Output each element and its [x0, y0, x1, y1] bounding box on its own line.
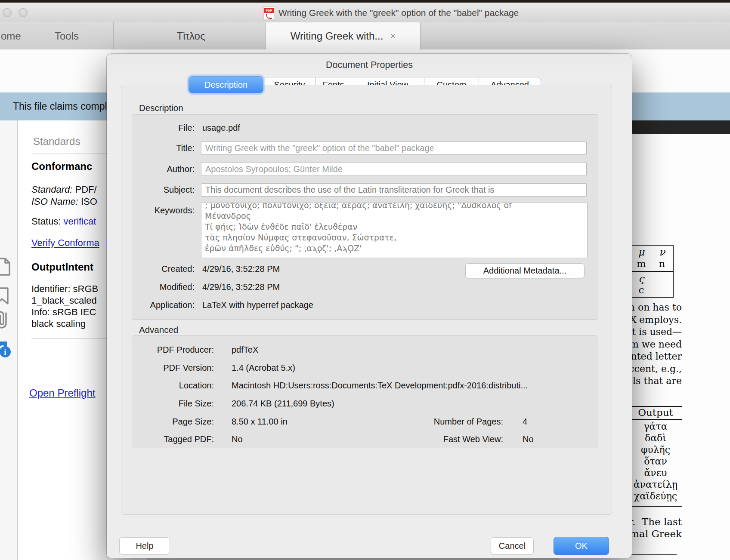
output-word: γάτα	[623, 421, 688, 432]
pdf-transliteration-table: μ ν m n ς c	[630, 245, 674, 298]
standard-label: Standard:	[31, 184, 72, 195]
attachments-icon[interactable]	[0, 310, 12, 330]
outputintent-info: Identifier: sRGB1_black_scaledInfo: sRGB…	[31, 283, 98, 329]
tab-tools[interactable]: Tools	[55, 22, 79, 49]
iso-name-line: ISO Name: ISO	[31, 196, 97, 207]
tab-separator	[113, 22, 114, 49]
output-word: δαδὶ	[623, 432, 688, 444]
pdf-badge-label: PDF	[264, 8, 274, 13]
output-word: ἀνατείλῃ	[623, 479, 688, 490]
tab-document-active[interactable]: Writing Greek with... ×	[266, 22, 421, 49]
advanced-row: File Size:206.74 KB (211,699 Bytes)	[132, 395, 598, 413]
tab-document-label: Writing Greek with...	[291, 30, 384, 42]
field-label: PDF Version:	[132, 363, 214, 373]
open-preflight-link[interactable]: Open Preflight	[29, 387, 95, 399]
keywords-line: Μένανδρος	[205, 211, 584, 222]
footnote-rule	[629, 554, 677, 555]
title-label: Title:	[132, 143, 195, 153]
description-section-label: Description	[139, 103, 183, 113]
author-label: Author:	[132, 164, 195, 174]
table-cell: ν	[652, 246, 672, 258]
bookmarks-icon[interactable]	[0, 287, 11, 305]
table-cell: c	[631, 284, 652, 295]
table-rule	[630, 271, 674, 272]
banner-message: This file claims compli	[13, 92, 109, 120]
conformance-heading: Conformanc	[31, 160, 92, 172]
field-value: 1.4 (Acrobat 5.x)	[232, 363, 295, 373]
navigation-icon-strip: i	[0, 120, 18, 560]
iso-value: ISO	[78, 196, 97, 207]
keywords-text: ; μονοτονιχο; πολυτονιχο; οξεια; αερας; …	[201, 203, 587, 254]
field-value: Macintosh HD:Users:ross:Documents:TeX De…	[232, 381, 528, 391]
traffic-light-close[interactable]	[3, 8, 12, 17]
keywords-line: Τί φήις; Ἰδὼν ἐνϑέδε παῖδ' ἐλευϑέραν	[205, 222, 584, 232]
ok-button[interactable]: OK	[554, 537, 609, 555]
tab-titlos[interactable]: Τὶτλος	[116, 22, 266, 49]
table-cell: ς	[631, 273, 652, 284]
field-label: Number of Pages:	[132, 417, 503, 427]
author-field[interactable]: Apostolos Syropoulos; Günter Milde	[201, 163, 587, 176]
field-label: Location:	[132, 381, 214, 391]
keywords-line: ; μονοτονιχο; πολυτονιχο; οξεια; αερας; …	[205, 203, 584, 211]
pdf-badge-swoosh	[266, 14, 272, 19]
subject-field[interactable]: This document describes the use of the L…	[201, 183, 587, 197]
info-line: 1_black_scaled	[31, 295, 98, 306]
status-value: verificat	[64, 216, 96, 227]
output-table-header: Output	[629, 407, 682, 418]
file-label: File:	[132, 123, 195, 133]
keywords-field[interactable]: ; μονοτονιχο; πολυτονιχο; οξεια; αερας; …	[201, 203, 588, 258]
status-line: Status: verificat	[31, 216, 96, 227]
standards-icon[interactable]: i	[0, 341, 15, 359]
outputintent-heading: OutputIntent	[31, 261, 93, 273]
panel-title: Standards	[33, 135, 80, 148]
dialog-title: Document Properties	[107, 60, 632, 71]
app-tabbar: ome Tools Τὶτλος Writing Greek with... ×	[0, 22, 730, 50]
standard-value: PDF/	[72, 184, 96, 195]
field-value: pdfTeX	[232, 345, 258, 355]
table-rule	[629, 419, 682, 420]
subject-label: Subject:	[132, 185, 195, 195]
window-title-group: PDF Writing Greek with the "greek" optio…	[263, 6, 519, 20]
iso-label: ISO Name:	[31, 196, 78, 207]
output-word: χαϊδεύῃς	[623, 490, 688, 502]
info-line: black scaling	[31, 318, 98, 329]
tab-home[interactable]: ome	[1, 22, 21, 49]
cancel-button[interactable]: Cancel	[491, 537, 534, 554]
advanced-row: Location:Macintosh HD:Users:ross:Documen…	[132, 377, 598, 395]
advanced-right-rows: Number of Pages:4Fast Web View:No	[132, 412, 598, 448]
output-table-words: γάταδαδὶφυλῆςὅτανἄνευἀνατείλῃχαϊδεύῃς	[623, 421, 688, 502]
dialog-tab-description[interactable]: Description	[189, 76, 263, 93]
info-line: Identifier: sRGB	[31, 283, 98, 295]
field-label: File Size:	[132, 399, 214, 409]
table-cell: n	[652, 258, 672, 269]
window-titlebar: PDF Writing Greek with the "greek" optio…	[0, 3, 730, 23]
modified-label: Modified:	[132, 282, 195, 292]
title-field[interactable]: Writing Greek with the "greek" option of…	[201, 142, 587, 155]
created-label: Created:	[132, 264, 195, 274]
keywords-line: τὰς πλησίον Νύμφας στεφανοῦσαν, Σώστρατε…	[205, 232, 584, 243]
description-groupbox: File: usage.pdf Title: Writing Greek wit…	[132, 114, 598, 320]
svg-text:i: i	[4, 348, 6, 357]
output-word: φυλῆς	[623, 444, 688, 455]
field-label: Fast Web View:	[132, 434, 503, 444]
tab-close-icon[interactable]: ×	[390, 31, 396, 42]
advanced-row: PDF Producer:pdfTeX	[132, 341, 598, 359]
advanced-row: Number of Pages:4	[132, 412, 598, 431]
field-label: PDF Producer:	[132, 345, 214, 355]
page-thumbnails-icon[interactable]	[0, 257, 12, 276]
field-value: No	[523, 434, 534, 444]
additional-metadata-button[interactable]: Additional Metadata...	[465, 263, 585, 278]
application-value: LaTeX with hyperref package	[202, 300, 313, 310]
field-value: 4	[523, 417, 527, 427]
screen: PDF Writing Greek with the "greek" optio…	[0, 0, 730, 560]
created-value: 4/29/16, 3:52:28 PM	[202, 264, 280, 274]
window-title: Writing Greek with the "greek" option of…	[278, 8, 519, 18]
standard-line: Standard: PDF/	[31, 184, 97, 195]
application-label: Application:	[132, 300, 195, 310]
table-cell: m	[631, 258, 652, 269]
modified-value: 4/29/16, 3:52:28 PM	[202, 282, 280, 292]
file-value: usage.pdf	[202, 123, 240, 133]
help-button[interactable]: Help	[119, 537, 170, 554]
verify-conformance-link[interactable]: Verify Conforma	[31, 237, 99, 249]
traffic-light-minimize[interactable]	[19, 8, 28, 17]
